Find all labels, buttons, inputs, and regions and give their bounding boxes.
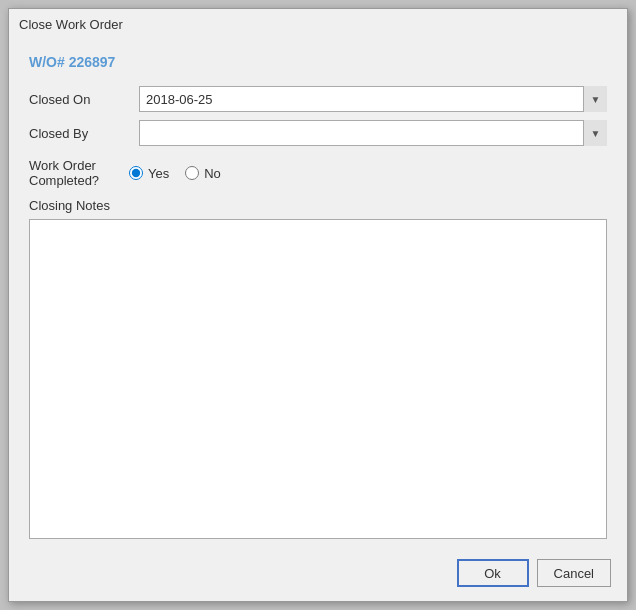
closing-notes-textarea[interactable] — [29, 219, 607, 539]
ok-button[interactable]: Ok — [457, 559, 529, 587]
dialog-body: W/O# 226897 Closed On ▼ Closed By ▼ Work… — [9, 38, 627, 549]
closing-notes-label: Closing Notes — [29, 198, 607, 213]
work-order-completed-label: Work Order Completed? — [29, 158, 129, 188]
cancel-button[interactable]: Cancel — [537, 559, 611, 587]
closed-by-input[interactable] — [139, 120, 607, 146]
closed-on-wrapper: ▼ — [139, 86, 607, 112]
radio-no-input[interactable] — [185, 166, 199, 180]
closed-on-input[interactable] — [139, 86, 607, 112]
dialog-title: Close Work Order — [9, 9, 627, 38]
closed-by-row: Closed By ▼ — [29, 120, 607, 146]
radio-yes-input[interactable] — [129, 166, 143, 180]
closed-by-wrapper: ▼ — [139, 120, 607, 146]
radio-yes-label[interactable]: Yes — [148, 166, 169, 181]
closed-by-label: Closed By — [29, 126, 129, 141]
radio-yes-option[interactable]: Yes — [129, 166, 169, 181]
work-order-completed-row: Work Order Completed? Yes No — [29, 158, 607, 188]
closed-on-label: Closed On — [29, 92, 129, 107]
dialog-footer: Ok Cancel — [9, 549, 627, 601]
close-work-order-dialog: Close Work Order W/O# 226897 Closed On ▼… — [8, 8, 628, 602]
radio-no-option[interactable]: No — [185, 166, 221, 181]
closed-on-row: Closed On ▼ — [29, 86, 607, 112]
radio-group: Yes No — [129, 166, 221, 181]
form-section: Closed On ▼ Closed By ▼ — [29, 86, 607, 146]
work-order-number: W/O# 226897 — [29, 54, 607, 70]
radio-no-label[interactable]: No — [204, 166, 221, 181]
